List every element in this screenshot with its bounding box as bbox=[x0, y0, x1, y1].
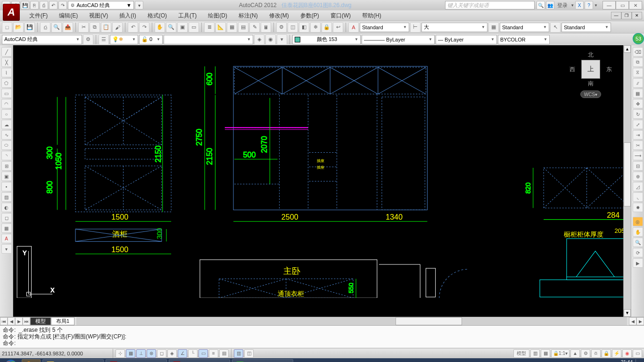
preview-icon[interactable]: 🔍 bbox=[51, 22, 62, 33]
viewcube-east[interactable]: 东 bbox=[606, 66, 612, 74]
region-icon[interactable]: ◻ bbox=[1, 213, 12, 222]
purge-icon[interactable]: ⚙ bbox=[276, 22, 287, 33]
move-icon[interactable]: ✥ bbox=[633, 99, 643, 108]
toolbar-lock-icon[interactable]: 🔒 bbox=[602, 349, 611, 358]
scale-icon[interactable]: ⤢ bbox=[633, 120, 643, 129]
zoomext-icon[interactable]: ▣ bbox=[177, 22, 188, 33]
qp-toggle[interactable]: ▥ bbox=[234, 349, 243, 358]
menu-draw[interactable]: 绘图(D) bbox=[202, 10, 233, 21]
task-explorer[interactable]: H:\实际项目\201... bbox=[42, 359, 104, 362]
tab-prev-icon[interactable]: ◀ bbox=[8, 317, 15, 325]
workspace-dropdown[interactable]: ⛭ AutoCAD 经典 ▼ bbox=[68, 1, 134, 9]
clean-screen-icon[interactable]: ▭ bbox=[633, 349, 642, 358]
new-icon[interactable]: □ bbox=[2, 22, 12, 33]
design-icon[interactable]: 📐 bbox=[215, 22, 226, 33]
copy-icon[interactable]: ⧉ bbox=[633, 58, 643, 67]
textstyle-dropdown[interactable]: Standard▼ bbox=[360, 23, 409, 32]
erase-icon[interactable]: ⌫ bbox=[633, 47, 643, 57]
menu-tool[interactable]: 工具(T) bbox=[173, 10, 202, 21]
tpy-toggle[interactable]: ▤ bbox=[219, 349, 229, 358]
sheet-icon[interactable]: ▤ bbox=[238, 22, 248, 33]
extend-icon[interactable]: ⟶ bbox=[633, 151, 643, 160]
publish-icon[interactable]: 📤 bbox=[63, 22, 73, 33]
help-icon[interactable]: ? bbox=[585, 1, 593, 9]
layer-freeze-icon[interactable]: ❄ bbox=[310, 22, 321, 33]
coordinates-readout[interactable]: 211174.3847, -66143.9832, 0.0000 bbox=[2, 351, 110, 356]
layer-match-icon[interactable]: ◉ bbox=[265, 34, 276, 45]
tab-first-icon[interactable]: ⏮ bbox=[0, 317, 8, 325]
chevron-down-icon[interactable]: ▼ bbox=[594, 3, 598, 8]
search-input[interactable]: 键入关键字或短语 bbox=[445, 1, 535, 9]
tab-model[interactable]: 模型 bbox=[30, 317, 51, 325]
layer-off-icon[interactable]: ◧ bbox=[299, 22, 309, 33]
vertical-scrollbar[interactable]: ▲ ▼ bbox=[623, 45, 631, 317]
gear-icon[interactable]: ⚙ bbox=[83, 34, 93, 45]
polygon-icon[interactable]: ⬠ bbox=[1, 78, 12, 88]
layer-tool-icon[interactable]: ▾ bbox=[277, 34, 287, 45]
block-icon[interactable]: ▣ bbox=[1, 172, 12, 181]
qat-print-icon[interactable]: ⎙ bbox=[40, 1, 48, 9]
tab-layout1[interactable]: 布局1 bbox=[51, 317, 74, 325]
quickview-drawings-icon[interactable]: ▦ bbox=[541, 349, 550, 358]
print-icon[interactable]: ⎙ bbox=[40, 22, 50, 33]
menu-dimension[interactable]: 标注(N) bbox=[233, 10, 264, 21]
command-line[interactable]: 命令: _.erase 找到 5 个 命令: 指定对角点或 [栏选(F)/圈围(… bbox=[0, 325, 644, 348]
ws-switch-icon[interactable]: ⛭ bbox=[591, 349, 601, 358]
close-button[interactable]: ✕ bbox=[629, 1, 642, 9]
lineweight-dropdown[interactable]: — ByLayer▼ bbox=[436, 35, 497, 44]
snap-toggle[interactable]: ⊹ bbox=[116, 349, 125, 358]
horizontal-scrollbar[interactable] bbox=[76, 317, 627, 325]
cmd-prompt[interactable]: 命令: bbox=[3, 340, 641, 346]
menu-format[interactable]: 格式(O) bbox=[142, 10, 173, 21]
tablestyle-icon[interactable]: ▦ bbox=[488, 22, 499, 33]
zoom-icon[interactable]: 🔍 bbox=[166, 22, 176, 33]
scroll-up-icon[interactable]: ▲ bbox=[624, 45, 631, 53]
login-label[interactable]: 登录 bbox=[555, 2, 570, 9]
ellipse-icon[interactable]: ⬭ bbox=[1, 140, 12, 150]
nav-zoom-icon[interactable]: 🔍 bbox=[633, 238, 643, 247]
3dosnap-toggle[interactable]: ◈ bbox=[167, 349, 177, 358]
isolate-icon[interactable]: ◉ bbox=[622, 349, 632, 358]
cut-icon[interactable]: ✂ bbox=[78, 22, 89, 33]
scroll-left-icon[interactable]: ◀ bbox=[629, 317, 636, 325]
wcs-badge[interactable]: WCS ▾ bbox=[580, 90, 601, 98]
nav-wheel-icon[interactable]: ◎ bbox=[633, 217, 643, 226]
menu-edit[interactable]: 编辑(E) bbox=[53, 10, 83, 21]
line-icon[interactable]: ╱ bbox=[1, 47, 12, 57]
textstyle-icon[interactable]: A bbox=[348, 22, 359, 33]
model-paper-toggle[interactable]: 模型 bbox=[513, 349, 529, 358]
maximize-button[interactable]: ▭ bbox=[616, 1, 629, 9]
osnap-toggle[interactable]: ◻ bbox=[157, 349, 166, 358]
join-icon[interactable]: ⊕ bbox=[633, 172, 643, 181]
tab-next-icon[interactable]: ▶ bbox=[15, 317, 23, 325]
nav-showmotion-icon[interactable]: ▶ bbox=[633, 258, 643, 268]
xline-icon[interactable]: ╳ bbox=[1, 58, 12, 67]
ortho-toggle[interactable]: ⊥ bbox=[136, 349, 146, 358]
props-icon[interactable]: ≣ bbox=[204, 22, 215, 33]
array-icon[interactable]: ▦ bbox=[633, 89, 643, 98]
plotstyle-dropdown[interactable]: BYCOLOR▼ bbox=[498, 35, 550, 44]
nav-pan-icon[interactable]: ✋ bbox=[633, 227, 643, 237]
mleader-icon[interactable]: ↖ bbox=[550, 22, 561, 33]
table-icon[interactable]: ▦ bbox=[1, 223, 12, 233]
mtext-icon[interactable]: A bbox=[1, 234, 12, 243]
ellipse-arc-icon[interactable]: ◝ bbox=[1, 151, 12, 160]
zoomwin-icon[interactable]: ▭ bbox=[189, 22, 199, 33]
dimstyle-dropdown[interactable]: 大▼ bbox=[421, 23, 487, 32]
workspace-dropdown-2[interactable]: AutoCAD 经典▼ bbox=[2, 35, 82, 44]
copy-icon[interactable]: ⧉ bbox=[90, 22, 100, 33]
viewcube-south[interactable]: 南 bbox=[570, 80, 612, 88]
paste-icon[interactable]: 📋 bbox=[101, 22, 111, 33]
menu-view[interactable]: 视图(V) bbox=[83, 10, 114, 21]
menu-insert[interactable]: 插入(I) bbox=[114, 10, 141, 21]
layerstate-dropdown[interactable]: 💡❄▼ bbox=[110, 35, 138, 44]
layer-prev-icon[interactable]: ↩ bbox=[333, 22, 343, 33]
gradient-icon[interactable]: ◐ bbox=[1, 203, 12, 212]
hardware-accel-icon[interactable]: ⚡ bbox=[612, 349, 621, 358]
color-dropdown[interactable]: 颜色 153▼ bbox=[292, 35, 361, 44]
linetype-dropdown[interactable]: ———— ByLayer▼ bbox=[362, 35, 435, 44]
layer-dropdown[interactable]: ▼ bbox=[164, 35, 253, 44]
chevron-down-icon[interactable]: ▼ bbox=[570, 3, 574, 8]
layer-mgr-icon[interactable]: ☰ bbox=[99, 34, 109, 45]
mdi-restore-button[interactable]: ❐ bbox=[621, 12, 632, 19]
